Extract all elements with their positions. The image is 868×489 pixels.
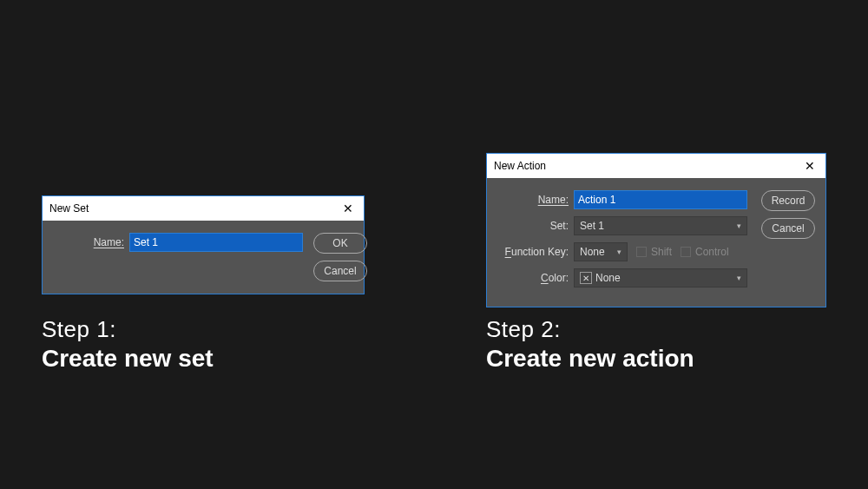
function-key-select[interactable]: None ▾ xyxy=(574,242,628,261)
cancel-button[interactable]: Cancel xyxy=(761,218,815,239)
chevron-down-icon: ▾ xyxy=(737,274,741,282)
chevron-down-icon: ▾ xyxy=(617,248,621,256)
shift-label: Shift xyxy=(651,246,672,258)
new-action-dialog: New Action ✕ Name: Set: Set 1 ▾ Function… xyxy=(486,153,826,307)
function-key-label: Function Key: xyxy=(497,246,574,258)
control-checkbox[interactable]: Control xyxy=(681,246,729,258)
name-label: Name: xyxy=(497,194,574,206)
color-value: None xyxy=(595,272,621,284)
record-button[interactable]: Record xyxy=(761,190,815,211)
close-icon[interactable]: ✕ xyxy=(339,202,357,215)
set-select[interactable]: Set 1 ▾ xyxy=(574,216,747,235)
step1-number: Step 1: xyxy=(42,316,214,343)
close-icon[interactable]: ✕ xyxy=(801,159,819,173)
set-value: Set 1 xyxy=(580,220,604,232)
step2-caption: Step 2: Create new action xyxy=(486,316,694,373)
dialog-title: New Set xyxy=(49,202,89,215)
step1-caption: Step 1: Create new set xyxy=(42,316,214,373)
titlebar[interactable]: New Set ✕ xyxy=(43,196,364,221)
cancel-button[interactable]: Cancel xyxy=(313,261,367,281)
step1-title: Create new set xyxy=(42,345,214,373)
set-label: Set: xyxy=(497,220,574,232)
checkbox-box-icon xyxy=(636,247,647,257)
new-set-dialog: New Set ✕ Name: OK Cancel xyxy=(42,195,365,294)
checkbox-box-icon xyxy=(681,247,691,257)
ok-button[interactable]: OK xyxy=(313,233,367,254)
shift-checkbox[interactable]: Shift xyxy=(636,246,672,258)
chevron-down-icon: ▾ xyxy=(737,221,741,230)
name-label: Name: xyxy=(53,236,129,248)
name-input[interactable] xyxy=(129,233,303,252)
name-input[interactable] xyxy=(574,190,747,209)
step2-title: Create new action xyxy=(486,345,694,373)
none-swatch-icon: ✕ xyxy=(580,272,592,284)
color-label: Color: xyxy=(497,272,574,284)
color-select[interactable]: ✕ None ▾ xyxy=(574,268,747,287)
titlebar[interactable]: New Action ✕ xyxy=(487,154,825,178)
dialog-title: New Action xyxy=(494,160,546,172)
function-key-value: None xyxy=(580,246,605,258)
control-label: Control xyxy=(695,246,729,258)
step2-number: Step 2: xyxy=(486,316,694,343)
